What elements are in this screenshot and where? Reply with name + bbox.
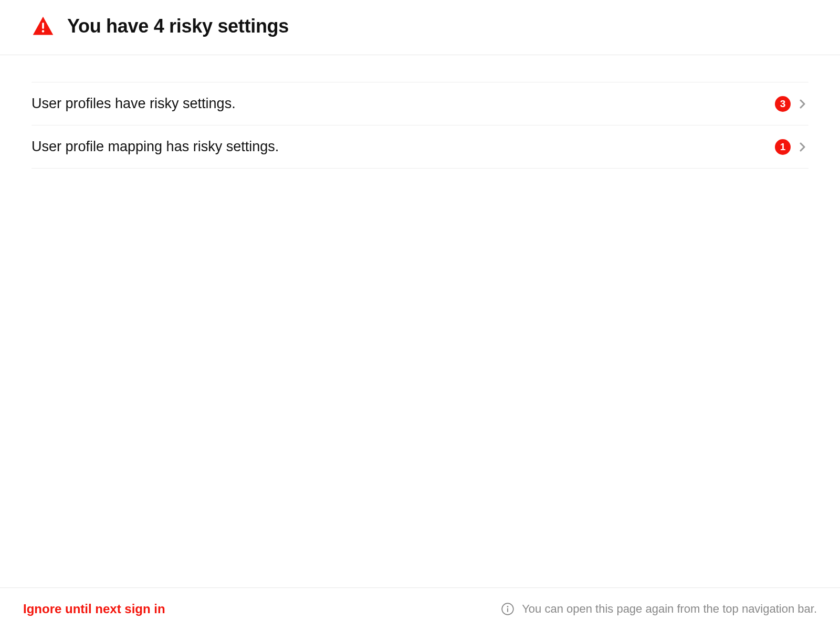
count-badge: 1 [775,139,791,155]
warning-triangle-icon [32,15,55,38]
top-spacer [32,55,808,82]
risky-setting-row[interactable]: User profile mapping has risky settings.… [32,125,808,169]
info-icon [501,602,514,616]
page-title: You have 4 risky settings [67,15,289,37]
footer-info-text: You can open this page again from the to… [522,602,817,616]
footer-info: You can open this page again from the to… [501,602,817,616]
svg-point-1 [42,30,45,33]
ignore-button[interactable]: Ignore until next sign in [23,602,165,616]
header: You have 4 risky settings [0,0,840,55]
footer: Ignore until next sign in You can open t… [0,587,840,630]
svg-rect-0 [42,23,44,29]
risky-setting-row[interactable]: User profiles have risky settings. 3 [32,82,808,125]
risky-setting-label: User profile mapping has risky settings. [32,139,775,155]
content-area: User profiles have risky settings. 3 Use… [0,55,840,587]
svg-rect-4 [507,608,508,612]
risky-setting-label: User profiles have risky settings. [32,96,775,112]
chevron-right-icon [796,141,808,153]
chevron-right-icon [796,98,808,110]
svg-point-3 [507,606,509,607]
count-badge: 3 [775,96,791,112]
